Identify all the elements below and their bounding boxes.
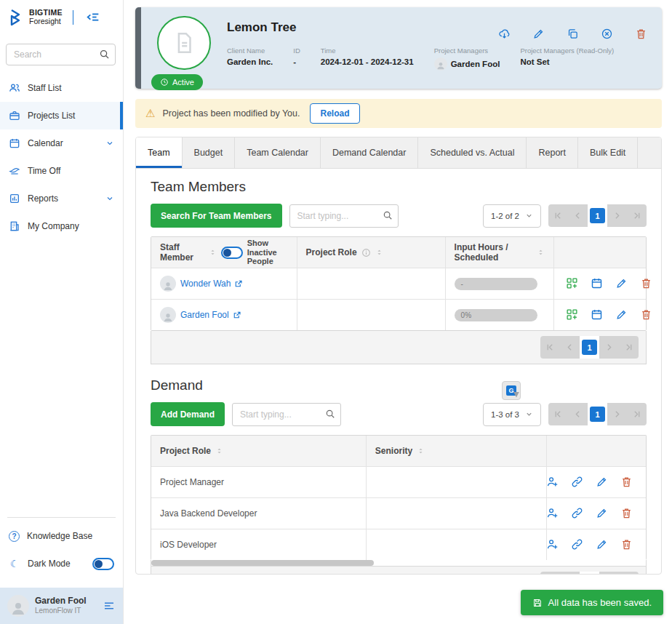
demand-range-select[interactable]: 1-3 of 3 xyxy=(483,403,541,426)
status-badge: Active xyxy=(151,74,203,90)
pagination-page-1[interactable]: 1 xyxy=(580,336,599,359)
pagination-last-button[interactable] xyxy=(619,336,639,359)
assign-person-button[interactable] xyxy=(546,538,559,551)
pagination-first-button[interactable] xyxy=(540,336,560,359)
sort-icon[interactable] xyxy=(537,247,545,257)
knowledge-base-item[interactable]: ? Knowledge Base xyxy=(0,522,123,550)
pagination-last-button[interactable] xyxy=(627,204,647,227)
time-off-icon xyxy=(9,165,20,177)
pagination-page-1[interactable]: 1 xyxy=(588,403,607,425)
assign-person-button[interactable] xyxy=(546,507,559,520)
staff-link[interactable]: Wonder Wah xyxy=(180,279,243,289)
deactivate-project-button[interactable] xyxy=(600,28,613,41)
tab-scheduled-vs-actual[interactable]: Scheduled vs. Actual xyxy=(418,137,527,168)
sort-icon[interactable] xyxy=(417,446,425,456)
duplicate-project-button[interactable] xyxy=(566,28,579,41)
pagination-prev-button[interactable] xyxy=(568,204,588,227)
tab-demand-calendar[interactable]: Demand Calendar xyxy=(321,137,418,168)
sidebar-collapse-button[interactable] xyxy=(85,9,101,25)
question-icon: ? xyxy=(9,531,20,542)
user-panel[interactable]: Garden Fool LemonFlow IT xyxy=(0,588,123,624)
save-toast: All data has been saved. xyxy=(521,590,663,615)
sidebar-item-projects-list[interactable]: Projects List xyxy=(0,102,123,129)
sort-icon[interactable] xyxy=(209,247,217,257)
calendar-icon xyxy=(591,277,603,289)
delete-project-button[interactable] xyxy=(634,28,647,41)
assign-person-button[interactable] xyxy=(546,476,559,489)
edit-demand-button[interactable] xyxy=(596,507,608,520)
sort-icon[interactable] xyxy=(215,446,223,456)
pagination-next-button[interactable] xyxy=(599,336,619,359)
link-demand-button[interactable] xyxy=(571,538,583,551)
search-for-team-members-button[interactable]: Search For Team Members xyxy=(151,204,282,228)
edit-member-button[interactable] xyxy=(615,308,628,321)
pagination-prev-button[interactable] xyxy=(568,403,588,425)
pagination-first-button[interactable] xyxy=(540,572,560,575)
pagination-last-button[interactable] xyxy=(627,403,647,425)
edit-demand-button[interactable] xyxy=(596,476,608,489)
delete-demand-button[interactable] xyxy=(620,538,633,551)
sidebar-item-my-company[interactable]: My Company xyxy=(0,212,123,240)
add-demand-button[interactable]: Add Demand xyxy=(151,402,225,426)
tab-bulk-edit[interactable]: Bulk Edit xyxy=(578,137,638,168)
tab-report[interactable]: Report xyxy=(527,137,578,168)
export-button[interactable] xyxy=(497,28,511,41)
reload-button[interactable]: Reload xyxy=(310,103,359,124)
user-menu-button[interactable] xyxy=(103,599,116,612)
sidebar-item-label: Staff List xyxy=(28,83,61,93)
staff-link[interactable]: Garden Fool xyxy=(180,310,241,320)
pagination-next-button[interactable] xyxy=(607,403,627,425)
team-members-table: Staff Member Show Inactive People Projec… xyxy=(151,236,647,331)
pagination-page-1[interactable]: 1 xyxy=(580,572,599,575)
pagination-prev-button[interactable] xyxy=(560,572,580,575)
assign-demand-button[interactable] xyxy=(566,277,578,290)
dark-mode-item[interactable]: ☾ Dark Mode xyxy=(0,550,123,577)
cloud-download-icon xyxy=(498,28,511,40)
show-inactive-toggle[interactable] xyxy=(221,247,243,259)
pagination-first-button[interactable] xyxy=(548,204,568,227)
demand-title: Demand xyxy=(151,377,647,393)
sidebar-item-label: Reports xyxy=(28,193,58,204)
link-icon xyxy=(571,476,583,488)
trash-icon xyxy=(620,538,633,551)
pagination-prev-button[interactable] xyxy=(560,336,580,359)
tab-team-calendar[interactable]: Team Calendar xyxy=(235,137,321,168)
sort-icon[interactable] xyxy=(375,247,383,257)
delete-demand-button[interactable] xyxy=(620,476,633,489)
link-demand-button[interactable] xyxy=(571,476,583,489)
pagination-page-1[interactable]: 1 xyxy=(588,204,607,227)
edit-demand-button[interactable] xyxy=(596,538,608,551)
pagination-next-button[interactable] xyxy=(599,572,619,575)
tab-team[interactable]: Team xyxy=(136,137,183,168)
toast-message: All data has been saved. xyxy=(548,597,652,608)
sidebar-item-staff-list[interactable]: Staff List xyxy=(0,74,123,102)
edit-project-button[interactable] xyxy=(532,28,545,41)
pagination-last-button[interactable] xyxy=(619,572,639,575)
team-members-range-select[interactable]: 1-2 of 2 xyxy=(483,204,541,228)
sidebar-item-reports[interactable]: Reports xyxy=(0,185,123,212)
schedule-button[interactable] xyxy=(591,277,603,290)
delete-member-button[interactable] xyxy=(640,308,652,321)
team-members-title: Team Members xyxy=(151,179,647,195)
trash-icon xyxy=(640,277,652,289)
sidebar-item-calendar[interactable]: Calendar xyxy=(0,129,123,157)
tab-budget[interactable]: Budget xyxy=(183,137,236,168)
pencil-icon xyxy=(615,277,628,289)
dark-mode-toggle[interactable] xyxy=(92,558,114,570)
translate-extension-icon[interactable]: G xyxy=(502,381,521,400)
pagination-first-button[interactable] xyxy=(548,403,568,425)
link-demand-button[interactable] xyxy=(571,507,583,520)
document-icon xyxy=(172,31,196,55)
assign-demand-button[interactable] xyxy=(566,308,578,321)
info-icon[interactable] xyxy=(361,248,371,257)
scrollbar-thumb[interactable] xyxy=(151,560,374,566)
edit-member-button[interactable] xyxy=(615,277,628,290)
chevron-down-icon xyxy=(525,212,533,220)
search-icon xyxy=(99,49,110,60)
schedule-button[interactable] xyxy=(591,308,603,321)
pagination-next-button[interactable] xyxy=(607,204,627,227)
sidebar-item-time-off[interactable]: Time Off xyxy=(0,157,123,185)
search-icon xyxy=(383,210,393,220)
delete-demand-button[interactable] xyxy=(620,507,633,520)
delete-member-button[interactable] xyxy=(640,277,652,290)
